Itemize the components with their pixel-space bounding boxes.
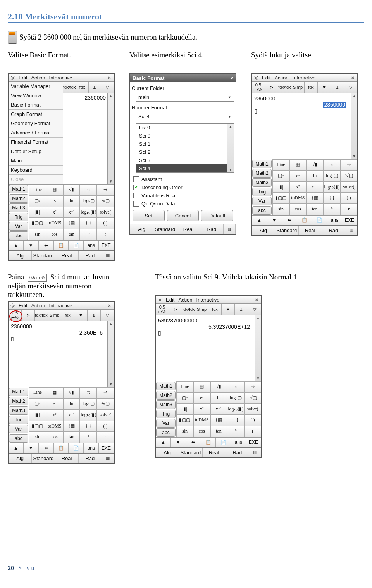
- menu-edit[interactable]: Edit: [261, 75, 271, 81]
- bottom-key[interactable]: EXE: [99, 241, 114, 250]
- key[interactable]: sin: [29, 229, 46, 240]
- key[interactable]: √▮: [307, 159, 324, 171]
- toolbar-btn[interactable]: ▼: [74, 310, 88, 321]
- toolbar-btn[interactable]: ▽: [344, 82, 357, 93]
- list-item[interactable]: Sci 2: [136, 148, 227, 156]
- bottom-key[interactable]: ▲: [252, 216, 267, 225]
- bottom-key[interactable]: ▼: [24, 241, 39, 250]
- bottom-key[interactable]: 📄: [216, 438, 231, 447]
- key[interactable]: tan: [63, 432, 80, 443]
- key[interactable]: log▫▢: [323, 171, 340, 182]
- toolbar-btn[interactable]: fdx: [61, 310, 74, 321]
- key[interactable]: r: [97, 432, 114, 443]
- toolbar-btn[interactable]: ⫫: [235, 304, 248, 315]
- key[interactable]: e▫: [46, 196, 63, 207]
- close-icon[interactable]: ×: [106, 303, 112, 309]
- key[interactable]: π: [80, 387, 97, 398]
- bottom-key[interactable]: ▼: [24, 443, 39, 453]
- key[interactable]: ▦: [289, 159, 307, 171]
- menu-action[interactable]: Action: [177, 297, 193, 303]
- scrollbar[interactable]: ▲▼: [107, 321, 114, 387]
- scroll-down-icon[interactable]: ▼: [109, 179, 113, 183]
- key[interactable]: { }: [323, 193, 340, 204]
- status-rad[interactable]: Rad: [322, 226, 345, 235]
- menu-action[interactable]: Action: [274, 75, 289, 81]
- menu-item[interactable]: Graph Format: [9, 110, 63, 119]
- toolbar-btn[interactable]: ▼: [222, 304, 235, 315]
- number-format-select[interactable]: Sci 4▼: [136, 112, 234, 121]
- tab-math1[interactable]: Math1: [156, 382, 176, 390]
- bottom-key[interactable]: 📋: [54, 241, 69, 250]
- key[interactable]: log₁₀(▮): [80, 410, 97, 421]
- status-standard[interactable]: Standard: [179, 448, 202, 457]
- key[interactable]: °: [323, 204, 340, 215]
- tab-math1[interactable]: Math1: [9, 388, 28, 396]
- tab-abc[interactable]: abc: [9, 231, 28, 240]
- key[interactable]: sin: [272, 204, 289, 215]
- bottom-key[interactable]: 📄: [312, 216, 327, 225]
- key[interactable]: log▫▢: [227, 393, 244, 404]
- bottom-key[interactable]: 📋: [54, 443, 69, 453]
- status-alg[interactable]: Alg: [9, 454, 32, 463]
- default-button[interactable]: Default: [201, 210, 233, 221]
- toolbar-btn[interactable]: ⫫: [89, 82, 102, 93]
- key[interactable]: ▢▫: [176, 393, 193, 404]
- list-item[interactable]: Fix 9: [136, 124, 227, 132]
- scrollbar[interactable]: ▲▼: [351, 93, 357, 159]
- toolbar-btn[interactable]: ▼: [318, 82, 331, 93]
- key[interactable]: |▮|: [29, 207, 46, 218]
- list-item[interactable]: Sci 0: [136, 132, 227, 140]
- set-button[interactable]: Set: [133, 210, 165, 221]
- key[interactable]: Line: [272, 159, 289, 171]
- tab-var[interactable]: Var: [9, 222, 28, 231]
- key[interactable]: x²: [289, 182, 307, 193]
- key[interactable]: r: [340, 204, 357, 215]
- key[interactable]: solve(: [97, 207, 114, 218]
- status-real[interactable]: Real: [55, 454, 79, 463]
- bottom-key[interactable]: ▲: [9, 443, 24, 453]
- scrollbar[interactable]: ▲▼: [227, 124, 234, 172]
- list-item[interactable]: Sci 3: [136, 156, 227, 164]
- tab-math3[interactable]: Math3: [9, 203, 28, 212]
- key[interactable]: ⁿ√▢: [97, 196, 114, 207]
- scroll-down-icon[interactable]: ▼: [256, 376, 260, 380]
- check-assistant[interactable]: Assistant: [132, 175, 234, 183]
- key[interactable]: toDMS: [46, 218, 63, 229]
- key[interactable]: ▮▢▢: [176, 415, 193, 426]
- tab-math1[interactable]: Math1: [9, 185, 28, 193]
- tab-trig[interactable]: Trig: [156, 410, 176, 418]
- key[interactable]: π: [323, 159, 340, 171]
- tab-abc[interactable]: abc: [252, 206, 272, 215]
- bottom-key[interactable]: ⬅: [39, 241, 54, 250]
- key[interactable]: toDMS: [46, 421, 63, 432]
- key[interactable]: tan: [210, 426, 227, 437]
- key[interactable]: solve(: [340, 182, 357, 193]
- scroll-up-icon[interactable]: ▲: [109, 322, 113, 326]
- key[interactable]: ⁿ√▢: [340, 171, 357, 182]
- toolbar-btn[interactable]: ⊳: [22, 310, 35, 321]
- key[interactable]: {▦: [210, 415, 227, 426]
- menu-interactive[interactable]: Interactive: [292, 75, 317, 81]
- tab-math3[interactable]: Math3: [9, 406, 28, 415]
- bottom-key[interactable]: ans: [84, 443, 99, 453]
- key[interactable]: x²: [46, 410, 63, 421]
- scrollbar[interactable]: ▲▼: [255, 315, 261, 381]
- menu-action[interactable]: Action: [30, 303, 46, 309]
- bottom-key[interactable]: ans: [84, 241, 99, 250]
- menu-edit[interactable]: Edit: [165, 297, 175, 303]
- key[interactable]: π: [227, 381, 244, 393]
- key[interactable]: ▮▢▢: [29, 421, 46, 432]
- key[interactable]: cos: [46, 229, 63, 240]
- work-area[interactable]: 5392370000000 5.39237000E+12 ▯: [156, 315, 255, 381]
- menu-interactive[interactable]: Interactive: [196, 297, 220, 303]
- tab-var[interactable]: Var: [252, 197, 272, 205]
- bottom-key[interactable]: 📋: [297, 216, 312, 225]
- key[interactable]: x²: [46, 207, 63, 218]
- status-standard[interactable]: Standard: [275, 226, 298, 235]
- menu-action[interactable]: Action: [30, 75, 46, 81]
- key[interactable]: cos: [289, 204, 307, 215]
- key[interactable]: ⇒: [97, 185, 114, 196]
- key[interactable]: ln: [210, 393, 227, 404]
- key[interactable]: e▫: [289, 171, 307, 182]
- key[interactable]: x⁻¹: [307, 182, 324, 193]
